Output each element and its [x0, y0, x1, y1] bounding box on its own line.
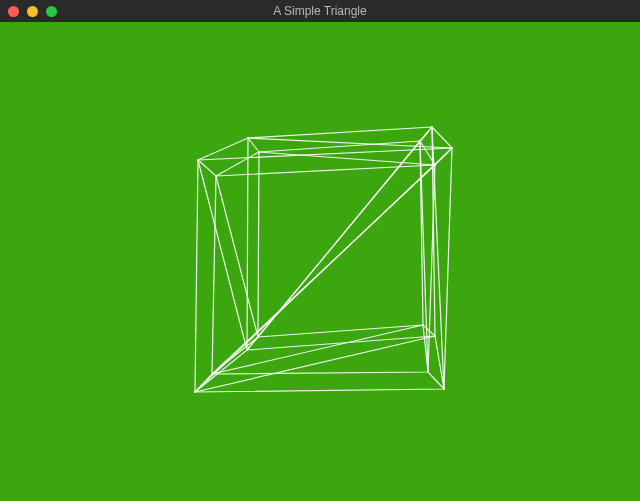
- window-title: A Simple Triangle: [0, 4, 640, 18]
- window-controls: [0, 6, 57, 17]
- render-viewport: [0, 22, 640, 501]
- wireframe-scene: [0, 22, 640, 501]
- minimize-icon[interactable]: [27, 6, 38, 17]
- maximize-icon[interactable]: [46, 6, 57, 17]
- close-icon[interactable]: [8, 6, 19, 17]
- window-titlebar[interactable]: A Simple Triangle: [0, 0, 640, 22]
